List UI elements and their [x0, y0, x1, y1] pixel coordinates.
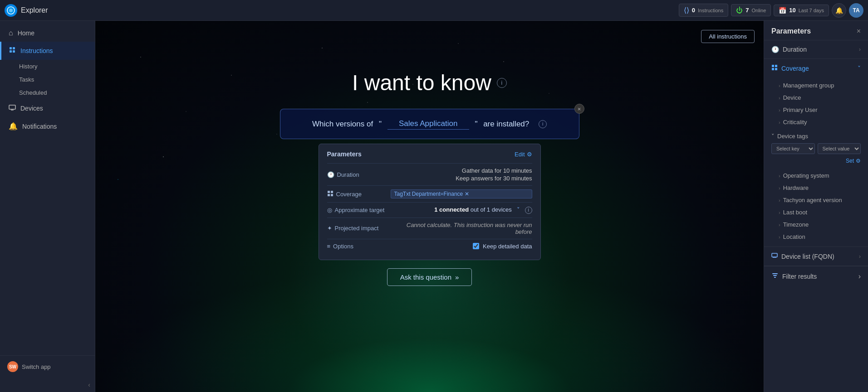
set-icon: ⚙: [856, 158, 861, 164]
sidebar-item-tasks[interactable]: Tasks: [0, 73, 95, 86]
sub-chevron-primary: ›: [779, 107, 780, 113]
options-value: Keep detailed data: [391, 243, 532, 250]
close-panel-button[interactable]: ×: [857, 27, 861, 35]
device-tags-selects: Select key Select value: [771, 143, 861, 154]
coverage-label: Coverage: [327, 190, 391, 198]
sub-chevron-os: ›: [779, 173, 780, 179]
parameters-title: Parameters: [327, 150, 362, 158]
set-button[interactable]: Set ⚙: [771, 157, 861, 165]
sidebar-item-notifications[interactable]: 🔔 Notifications: [0, 117, 95, 135]
device-list-chevron: ›: [859, 253, 861, 260]
sidebar-item-instructions[interactable]: Instructions: [0, 42, 95, 60]
calendar-badge[interactable]: 📅 10 Last 7 days: [774, 5, 829, 16]
topbar: Explorer ⟨⟩ 0 Instructions ⏻ 7 Online 📅 …: [0, 0, 868, 21]
online-badge[interactable]: ⏻ 7 Online: [731, 4, 771, 16]
sub-item-hardware[interactable]: › Hardware: [764, 182, 868, 194]
question-suffix-info-icon[interactable]: i: [539, 120, 547, 128]
sub-item-primary-user[interactable]: › Primary User: [764, 104, 868, 116]
svg-rect-9: [331, 191, 333, 193]
question-title-info-icon[interactable]: i: [497, 78, 507, 88]
instructions-nav-icon: [9, 46, 16, 55]
edit-button[interactable]: Edit ⚙: [515, 151, 532, 158]
content-inner: All instructions I want to know i × Whic…: [95, 21, 764, 392]
approx-icon: ◎: [327, 207, 332, 213]
panel-coverage-icon: [771, 64, 778, 72]
duration-values: Gather data for 10 minutes Keep answers …: [391, 167, 532, 182]
calendar-icon: 📅: [779, 7, 786, 14]
sub-item-mgmt-group[interactable]: › Management group: [764, 79, 868, 92]
sidebar-item-home-label: Home: [18, 29, 34, 37]
svg-rect-11: [331, 194, 333, 196]
filter-results-icon: [771, 272, 779, 281]
device-tags-label-text: Device tags: [777, 133, 808, 140]
svg-rect-6: [9, 105, 15, 109]
sub-item-criticality[interactable]: › Criticality: [764, 116, 868, 128]
device-list-icon: [771, 252, 778, 260]
sub-item-timezone[interactable]: › Timezone: [764, 218, 868, 231]
sub-item-operating-system[interactable]: › Operating system: [764, 169, 868, 182]
approx-label: ◎ Approximate target: [327, 207, 391, 213]
topbar-right: ⟨⟩ 0 Instructions ⏻ 7 Online 📅 10 Last 7…: [679, 3, 863, 18]
filter-results-label: Filter results: [782, 273, 817, 280]
svg-point-1: [9, 9, 13, 12]
all-instructions-button[interactable]: All instructions: [701, 30, 755, 43]
filter-results-chevron: ›: [858, 272, 861, 281]
online-count: 7: [745, 7, 749, 14]
sub-item-location[interactable]: › Location: [764, 231, 868, 243]
user-avatar-button[interactable]: TA: [849, 3, 863, 18]
approx-value: 1 connected out of 1 devices ˅ i: [391, 206, 532, 214]
online-label: Online: [751, 8, 766, 13]
coverage-chevron-down: ˅: [858, 65, 861, 72]
instructions-badge[interactable]: ⟨⟩ 0 Instructions: [679, 4, 728, 17]
app-name-input[interactable]: [387, 118, 469, 130]
sub-chevron-mgmt: ›: [779, 83, 780, 88]
instructions-count: 0: [692, 7, 695, 14]
sub-chevron-device: ›: [779, 95, 780, 101]
svg-rect-10: [328, 194, 330, 196]
right-panel-header: Parameters ×: [764, 21, 868, 40]
online-icon: ⏻: [736, 6, 743, 14]
notifications-bell-button[interactable]: 🔔: [832, 3, 846, 18]
filter-results-row[interactable]: Filter results ›: [764, 266, 868, 286]
keep-detailed-data-checkbox[interactable]: [473, 243, 479, 249]
approx-info-icon[interactable]: i: [525, 207, 532, 214]
panel-scroll: 🕐 Duration › Coverage ˅: [764, 40, 868, 392]
sidebar-collapse-button[interactable]: ‹: [0, 377, 95, 392]
parameters-popup: Parameters Edit ⚙ 🕐 Duration Gather data…: [319, 144, 541, 260]
sidebar-user-avatar: SW: [7, 361, 18, 372]
panel-device-list-row[interactable]: Device list (FQDN) ›: [764, 247, 868, 266]
sidebar-item-scheduled[interactable]: Scheduled: [0, 86, 95, 99]
sub-item-tachyon-agent[interactable]: › Tachyon agent version: [764, 194, 868, 206]
sidebar-item-devices[interactable]: Devices: [0, 99, 95, 117]
sidebar-item-home[interactable]: ⌂ Home: [0, 24, 95, 42]
panel-coverage-row[interactable]: Coverage ˅: [764, 59, 868, 77]
calendar-count: 10: [789, 7, 795, 14]
panel-duration-row[interactable]: 🕐 Duration ›: [764, 40, 868, 58]
tag-close-icon[interactable]: ✕: [465, 191, 469, 197]
options-icon: ≡: [327, 243, 331, 250]
duration-row-left: 🕐 Duration: [771, 46, 807, 53]
sub-item-device[interactable]: › Device: [764, 92, 868, 104]
close-icon: ×: [578, 106, 581, 112]
param-row-projected: ✦ Projected impact Cannot calculate. Thi…: [327, 218, 532, 239]
sidebar-item-devices-label: Devices: [20, 105, 43, 112]
ask-icon: »: [455, 273, 459, 281]
notifications-nav-icon: 🔔: [9, 122, 18, 131]
projected-icon: ✦: [327, 225, 332, 232]
sidebar-nav: ⌂ Home Instructions History Tasks Schedu…: [0, 21, 95, 355]
main-layout: ⌂ Home Instructions History Tasks Schedu…: [0, 21, 868, 392]
svg-rect-13: [775, 65, 777, 67]
devices-icon: [9, 104, 16, 113]
question-close-button[interactable]: ×: [574, 104, 584, 114]
panel-section-coverage: Coverage ˅ › Management group › Device ›: [764, 59, 868, 247]
svg-rect-20: [774, 277, 776, 278]
sub-item-last-boot[interactable]: › Last boot: [764, 206, 868, 218]
tag-value-select[interactable]: Select value: [818, 143, 861, 154]
ask-question-button[interactable]: Ask this question »: [387, 268, 472, 286]
sidebar-item-history[interactable]: History: [0, 60, 95, 73]
svg-rect-19: [773, 275, 777, 276]
device-tags-row[interactable]: ˅ Device tags: [771, 133, 861, 140]
tag-key-select[interactable]: Select key: [771, 143, 815, 154]
svg-rect-15: [775, 68, 777, 70]
sidebar-footer[interactable]: SW Switch app: [0, 355, 95, 377]
